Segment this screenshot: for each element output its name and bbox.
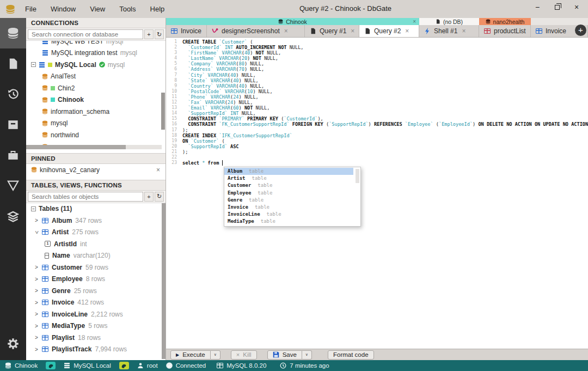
pinned-item[interactable]: knihovna_v2_canary × [26,164,166,176]
autocomplete-item-customer[interactable]: Customertable [224,182,353,189]
table-row-customer[interactable]: >Customer59 rows [26,261,166,273]
chevron-right-icon[interactable]: > [34,334,39,340]
close-tab-icon[interactable]: × [462,27,465,35]
chevron-right-icon[interactable]: > [34,217,39,223]
refresh-tables-button[interactable]: ↻ [155,192,164,202]
collapse-icon[interactable]: − [31,62,36,67]
table-row-invoiceline[interactable]: >InvoiceLine2,212 rows [26,308,166,320]
close-tab-icon[interactable]: × [284,27,288,35]
database-item-information_schema[interactable]: information_schema [26,106,166,118]
table-row-mediatype[interactable]: >MediaType5 rows [26,320,166,332]
menu-tools[interactable]: Tools [119,5,136,13]
table-row-playlisttrack[interactable]: >PlaylistTrack7,994 rows [26,344,166,356]
connection-item[interactable]: MySQL WB TESTmysql [26,41,166,47]
autocomplete-item-album[interactable]: Albumtable [224,168,353,175]
rail-plugins-button[interactable] [0,140,26,171]
briefcase-icon [7,149,19,161]
chevron-down-icon[interactable]: > [34,230,40,234]
close-tab-icon[interactable]: × [405,27,409,35]
database-item-analtest[interactable]: AnalTest [26,71,166,83]
add-table-button[interactable]: + [144,192,154,202]
table-row-employee[interactable]: >Employee8 rows [26,273,166,285]
tab-invoice[interactable]: Invoice× [166,25,207,37]
close-button[interactable]: × [573,3,580,11]
autocomplete-item-genre[interactable]: Genretable [224,197,353,204]
tab-query-1[interactable]: Query #1× [305,25,359,37]
column-row-artistid[interactable]: ArtistId int [26,238,166,250]
execute-dropdown-button[interactable]: ∨ [211,350,220,360]
tab-shell-1[interactable]: Shell #1× [419,25,479,37]
rail-layers-button[interactable] [0,201,26,232]
menu-window[interactable]: Window [51,5,76,13]
code-line: 18CREATE INDEX `IFK_CustomerSupportRepId… [166,133,588,138]
connection-item[interactable]: MySQL integration testmysql [26,47,166,59]
close-tab-icon[interactable]: × [351,27,354,35]
column-row-name[interactable]: Name varchar(120) [26,250,166,262]
save-button[interactable]: Save [267,350,302,360]
table-row-invoice[interactable]: >Invoice412 rows [26,297,166,309]
status-connection[interactable]: MySQL Local [64,362,111,369]
new-tab-button[interactable]: + [575,25,586,36]
tab-group-nano2health[interactable]: nano2health [479,18,531,25]
connection-color-badge[interactable] [119,362,129,369]
format-code-button[interactable]: Format code [328,350,374,360]
chevron-right-icon[interactable]: > [34,346,39,352]
maximize-button[interactable] [553,3,561,11]
chevron-right-icon[interactable]: > [34,276,39,282]
unpin-close-icon[interactable]: × [156,166,160,174]
vertical-scrollbar[interactable] [161,93,165,130]
chevron-right-icon[interactable]: > [34,288,39,294]
database-color-badge[interactable] [46,362,56,369]
table-row-artist[interactable]: > Artist 275 rows [26,227,166,239]
autocomplete-item-employee[interactable]: Employeetable [224,190,353,197]
refresh-connections-button[interactable]: ↻ [155,29,164,39]
tab-productlist[interactable]: productList× [479,25,531,37]
table-icon [42,229,48,235]
vertical-scrollbar[interactable] [162,203,166,359]
tab-designerscreenshot[interactable]: designerScreenshot× [207,25,305,37]
rail-files-button[interactable] [0,48,26,79]
rail-connections-button[interactable] [0,18,26,48]
rail-settings-button[interactable] [0,329,26,359]
kill-button[interactable]: ×Kill [231,350,257,360]
chevron-right-icon[interactable]: > [34,264,39,270]
collapse-icon[interactable]: − [31,206,36,211]
tables-root[interactable]: − Tables (11) [26,203,166,215]
database-item-northwind[interactable]: northwind [26,129,166,141]
database-item-mysql[interactable]: mysql [26,118,166,130]
database-item-chin2[interactable]: Chin2 [26,82,166,94]
tab-group-chinook[interactable]: Chinook × [166,18,419,25]
code-line: 14 `SupportRepId` INT NULL, [166,111,588,116]
autocomplete-item-invoice[interactable]: Invoicetable [224,204,353,211]
menu-file[interactable]: File [25,5,36,13]
close-group-icon[interactable]: × [413,19,416,25]
table-row-album[interactable]: > Album 347 rows [26,215,166,227]
tables-search-input[interactable] [28,192,143,202]
chevron-right-icon[interactable]: > [34,311,39,317]
menu-view[interactable]: View [90,5,105,13]
database-item-chinook[interactable]: Chinook [26,94,166,106]
table-row-genre[interactable]: >Genre25 rows [26,285,166,297]
rail-archive-button[interactable] [0,110,26,140]
status-database[interactable]: Chinook [5,362,38,369]
sql-editor[interactable]: 1CREATE TABLE `Customer` (2 `CustomerId`… [166,37,588,349]
menu-help[interactable]: Help [150,5,165,13]
minimize-button[interactable]: − [534,3,541,11]
save-dropdown-button[interactable]: ∨ [302,350,312,360]
add-connection-button[interactable]: + [144,29,154,39]
chevron-right-icon[interactable]: > [34,300,39,306]
connections-search-input[interactable] [28,29,143,39]
tab-group-nodb[interactable]: (no DB) [419,18,479,25]
table-row-playlist[interactable]: >Playlist18 rows [26,332,166,344]
tab-query-2[interactable]: Query #2× [359,25,419,37]
rail-history-button[interactable] [0,79,26,110]
code-line: 13 `Email` VARCHAR(60) NOT NULL, [166,105,588,111]
chevron-right-icon[interactable]: > [34,323,39,329]
horizontal-scrollbar[interactable] [26,145,162,149]
rail-filter-button[interactable] [0,171,26,201]
connection-item-mysql-local[interactable]: − MySQL Local mysql [26,59,166,71]
execute-button[interactable]: ▶Execute [170,350,211,360]
autocomplete-item-invoiceline[interactable]: InvoiceLinetable [224,211,353,218]
autocomplete-item-artist[interactable]: Artisttable [224,175,353,182]
autocomplete-item-mediatype[interactable]: MediaTypetable [224,218,353,225]
